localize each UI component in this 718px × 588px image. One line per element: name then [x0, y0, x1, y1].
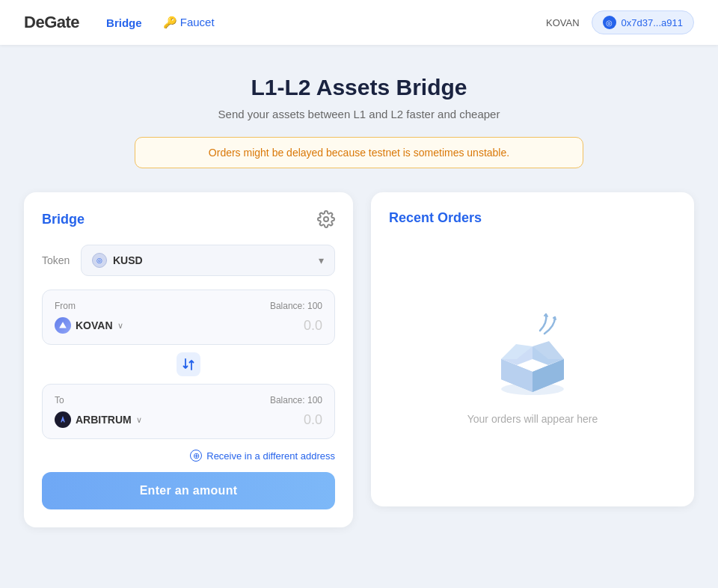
receive-row: ⊕ Receive in a different address — [42, 450, 335, 462]
main-nav: Bridge 🔑 Faucet — [106, 16, 546, 29]
token-label: Token — [42, 254, 72, 266]
token-select-inner: ◎ KUSD — [92, 253, 143, 268]
bridge-card-header: Bridge — [42, 210, 335, 228]
main-content: L1-L2 Assets Bridge Send your assets bet… — [0, 45, 718, 551]
empty-box-illustration — [480, 308, 585, 398]
receive-plus-icon: ⊕ — [190, 450, 202, 462]
to-chain-name: ARBITRUM — [76, 414, 132, 426]
swap-button[interactable] — [177, 352, 200, 376]
network-badge: KOVAN — [546, 17, 580, 28]
from-box-top: From Balance: 100 — [55, 301, 322, 311]
bridge-card: Bridge Token ◎ KUSD ▾ — [24, 192, 353, 527]
settings-icon[interactable] — [317, 210, 335, 228]
wallet-button[interactable]: ◎ 0x7d37...a911 — [592, 10, 694, 34]
orders-card: Recent Orders — [371, 192, 694, 506]
token-chevron-icon: ▾ — [319, 254, 324, 266]
warning-banner: Orders might be delayed because testnet … — [135, 137, 583, 168]
to-box-bottom: ARBITRUM ∨ 0.0 — [55, 411, 322, 428]
from-amount[interactable]: 0.0 — [304, 318, 322, 334]
arbitrum-chain-icon — [55, 411, 71, 428]
orders-title: Recent Orders — [389, 210, 676, 226]
page-subtitle: Send your assets between L1 and L2 faste… — [24, 108, 694, 120]
kovan-chain-icon — [55, 317, 71, 334]
enter-amount-button[interactable]: Enter an amount — [42, 472, 335, 509]
bridge-card-title: Bridge — [42, 212, 85, 227]
to-box-top: To Balance: 100 — [55, 395, 322, 405]
header: DeGate Bridge 🔑 Faucet KOVAN ◎ 0x7d37...… — [0, 0, 718, 45]
receive-link-text: Receive in a different address — [206, 450, 335, 462]
swap-btn-row — [42, 352, 335, 376]
orders-empty-state: Your orders will appear here — [389, 244, 676, 489]
logo-gate: Gate — [44, 13, 79, 31]
token-circle-icon: ◎ — [92, 253, 107, 268]
from-box: From Balance: 100 KOVAN ∨ — [42, 290, 335, 345]
to-box: To Balance: 100 ARBITRUM — [42, 384, 335, 439]
token-name: KUSD — [113, 254, 143, 266]
to-amount[interactable]: 0.0 — [304, 412, 322, 428]
logo-de: De — [24, 13, 44, 31]
receive-different-address-link[interactable]: ⊕ Receive in a different address — [190, 450, 335, 462]
to-chain-chevron-icon: ∨ — [136, 415, 142, 425]
header-right: KOVAN ◎ 0x7d37...a911 — [546, 10, 694, 34]
wallet-icon: ◎ — [603, 16, 616, 29]
wallet-address: 0x7d37...a911 — [622, 17, 683, 28]
cards-row: Bridge Token ◎ KUSD ▾ — [24, 192, 694, 527]
from-chain-selector[interactable]: KOVAN ∨ — [55, 317, 123, 334]
nav-bridge[interactable]: Bridge — [106, 16, 142, 29]
from-balance: Balance: 100 — [270, 301, 322, 311]
to-chain-selector[interactable]: ARBITRUM ∨ — [55, 411, 142, 428]
nav-faucet[interactable]: 🔑 Faucet — [163, 16, 215, 29]
page-title: L1-L2 Assets Bridge — [24, 75, 694, 100]
from-label: From — [55, 301, 76, 311]
from-chain-name: KOVAN — [76, 319, 113, 331]
to-balance: Balance: 100 — [270, 395, 322, 405]
orders-empty-text: Your orders will appear here — [467, 413, 598, 425]
from-chain-chevron-icon: ∨ — [117, 321, 123, 331]
token-row: Token ◎ KUSD ▾ — [42, 245, 335, 276]
from-box-bottom: KOVAN ∨ 0.0 — [55, 317, 322, 334]
logo: DeGate — [24, 13, 79, 32]
to-label: To — [55, 395, 64, 405]
token-select[interactable]: ◎ KUSD ▾ — [81, 245, 335, 276]
svg-point-0 — [324, 217, 328, 221]
svg-marker-1 — [59, 322, 67, 328]
